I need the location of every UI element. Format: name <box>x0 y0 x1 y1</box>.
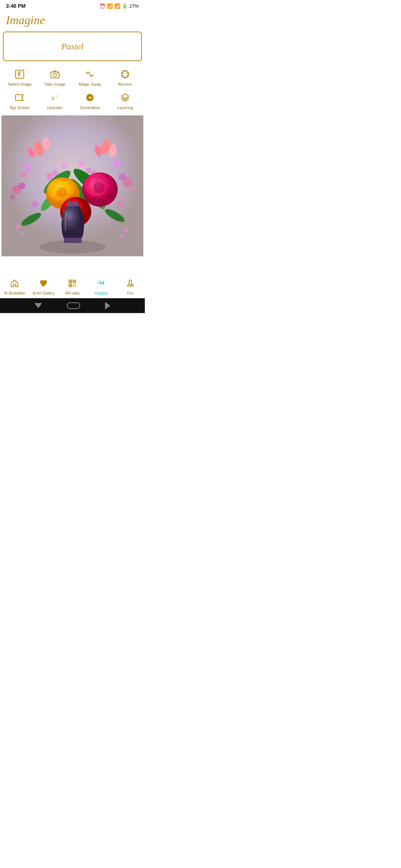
tool-label-take-image: Take Image <box>44 82 65 87</box>
nav-label-ai-illustwitter: AI Illustwitter <box>4 291 25 295</box>
svg-point-63 <box>93 182 104 193</box>
svg-rect-78 <box>70 285 71 286</box>
home-icon <box>10 279 19 290</box>
svg-point-34 <box>117 201 123 207</box>
svg-point-8 <box>127 72 128 74</box>
prompt-input[interactable] <box>8 42 137 52</box>
app-header: Imagine <box>0 10 145 32</box>
tool-label-layering: Layering <box>117 105 133 110</box>
svg-point-59 <box>56 187 67 197</box>
tool-upscaler[interactable]: x 2 Upscaler <box>38 91 72 112</box>
status-bar: 3:46 PM ⏰ 📶 📶 🔋 27% <box>0 0 145 10</box>
svg-point-5 <box>57 73 58 74</box>
upscaler-icon: x 2 <box>50 93 60 104</box>
svg-point-10 <box>124 76 126 78</box>
svg-point-24 <box>19 183 25 189</box>
prompt-input-container[interactable] <box>3 32 142 61</box>
svg-rect-68 <box>64 238 82 243</box>
generated-image <box>1 115 143 256</box>
wifi-icon: 📶 <box>107 3 113 9</box>
tool-bgr-eraser[interactable]: Bgr Eraser <box>3 91 37 112</box>
take-image-icon <box>50 69 60 80</box>
app-title: Imagine <box>6 13 139 27</box>
imagine-icon <box>97 279 106 290</box>
layering-icon <box>120 93 130 104</box>
svg-point-11 <box>122 75 124 76</box>
svg-point-52 <box>86 167 92 173</box>
tool-select-image[interactable]: Select Image <box>3 67 37 89</box>
bottom-nav: AI Illustwitter AI Art Gallery <box>0 275 145 298</box>
tool-generative[interactable]: Generative <box>73 91 107 112</box>
svg-rect-77 <box>74 281 75 282</box>
nav-label-imagine: Imagine <box>95 291 108 295</box>
back-button[interactable] <box>35 303 42 308</box>
recolor-icon <box>120 69 130 80</box>
nav-imagine[interactable]: Imagine <box>87 279 116 295</box>
svg-point-54 <box>78 160 85 167</box>
nav-ar-vatar[interactable]: AR-vatar <box>58 279 87 295</box>
svg-point-87 <box>131 285 132 286</box>
generative-icon <box>85 93 95 104</box>
nav-fun[interactable]: Fun <box>116 279 145 295</box>
svg-point-30 <box>113 160 121 168</box>
svg-rect-76 <box>70 281 71 282</box>
battery-icon: 🔋 <box>122 3 128 9</box>
svg-point-71 <box>20 232 24 236</box>
tools-grid: Select Image Take Image Magic Swap <box>0 66 145 115</box>
tool-label-bgr-eraser: Bgr Eraser <box>10 105 30 110</box>
svg-point-84 <box>103 281 104 283</box>
system-bar <box>0 298 145 313</box>
qr-icon <box>68 279 77 290</box>
svg-text:x: x <box>51 94 55 102</box>
svg-point-69 <box>16 224 21 229</box>
tool-label-generative: Generative <box>80 105 100 110</box>
svg-point-33 <box>21 172 27 178</box>
tool-label-magic-swap: Magic Swap <box>79 82 101 87</box>
status-icons: ⏰ 📶 📶 🔋 27% <box>100 3 139 9</box>
recent-button[interactable] <box>105 302 110 309</box>
svg-line-86 <box>97 282 98 282</box>
svg-point-50 <box>52 170 58 176</box>
battery-percent: 27% <box>129 3 139 9</box>
bgr-eraser-icon <box>15 93 25 104</box>
heart-icon <box>39 279 48 290</box>
flask-icon <box>126 279 135 290</box>
svg-point-49 <box>46 173 53 180</box>
svg-point-25 <box>10 194 15 200</box>
home-button[interactable] <box>67 302 80 309</box>
tool-magic-swap[interactable]: Magic Swap <box>73 67 107 89</box>
svg-point-70 <box>123 228 128 233</box>
svg-point-7 <box>124 70 126 72</box>
svg-point-88 <box>130 285 130 285</box>
svg-line-85 <box>100 280 100 281</box>
status-time: 3:46 PM <box>6 3 26 9</box>
svg-point-53 <box>61 162 68 169</box>
alarm-icon: ⏰ <box>100 3 105 9</box>
magic-swap-icon <box>85 69 95 80</box>
svg-point-12 <box>122 72 124 74</box>
tool-label-upscaler: Upscaler <box>47 105 63 110</box>
svg-point-4 <box>53 73 56 76</box>
svg-rect-13 <box>16 95 22 101</box>
select-image-icon <box>15 69 25 80</box>
signal-icon: 📶 <box>114 3 120 9</box>
svg-point-32 <box>32 201 38 208</box>
nav-label-fun: Fun <box>127 291 133 295</box>
svg-point-9 <box>127 75 128 76</box>
svg-point-29 <box>24 164 31 171</box>
nav-ai-illustwitter[interactable]: AI Illustwitter <box>0 279 29 295</box>
tool-label-select-image: Select Image <box>8 82 32 87</box>
nav-ai-art-gallery[interactable]: AI Art Gallery <box>29 279 58 295</box>
svg-point-72 <box>120 234 124 238</box>
svg-point-28 <box>130 187 136 193</box>
tool-recolor[interactable]: Recolor <box>108 67 142 89</box>
image-container <box>1 115 143 275</box>
svg-text:2: 2 <box>55 95 57 99</box>
tool-label-recolor: Recolor <box>118 82 132 87</box>
nav-label-ar-vatar: AR-vatar <box>65 291 79 295</box>
tool-layering[interactable]: Layering <box>108 91 142 112</box>
svg-point-27 <box>118 173 126 180</box>
tool-take-image[interactable]: Take Image <box>38 67 72 89</box>
nav-label-ai-art-gallery: AI Art Gallery <box>33 291 55 295</box>
